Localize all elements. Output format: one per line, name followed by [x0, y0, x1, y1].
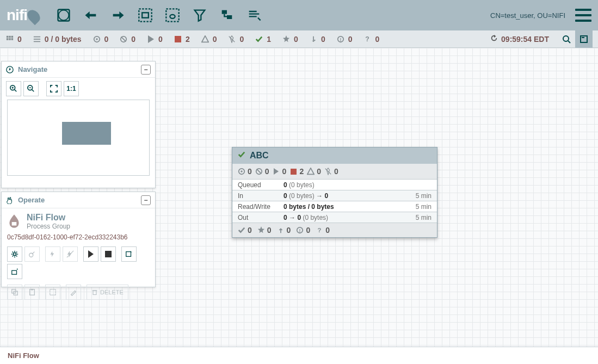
svg-rect-11: [11, 38, 14, 40]
svg-rect-25: [581, 36, 587, 42]
add-processor-button[interactable]: [53, 5, 74, 26]
svg-rect-0: [58, 10, 70, 21]
pg-row-queued: Queued 0 (0 bytes): [232, 180, 437, 190]
svg-rect-14: [34, 41, 40, 42]
unknown-icon: ?: [363, 35, 372, 44]
logo-drop-icon: [25, 8, 43, 26]
svg-line-51: [256, 169, 261, 174]
transmitting-stat: 0: [93, 35, 109, 44]
add-template-button[interactable]: [217, 5, 237, 26]
running-icon: [146, 35, 155, 44]
add-remote-process-group-button[interactable]: [162, 5, 183, 26]
disabled-stat: 0: [227, 35, 244, 44]
pg-locally-modified-stale: !0: [296, 226, 310, 235]
header-toolbar: nifi CN=test_user, OU=NIFI: [0, 0, 598, 30]
pg-disabled: 0: [324, 167, 338, 176]
navigate-header: Navigate −: [2, 61, 155, 78]
process-group-component[interactable]: ABC 0 0 0 2 0 0 Queued 0 (0 bytes) In 0 …: [232, 147, 437, 238]
svg-rect-1: [139, 9, 151, 21]
process-group-icon: [7, 213, 21, 230]
add-funnel-button[interactable]: [189, 5, 210, 26]
running-stat: 0: [146, 35, 163, 44]
refresh-icon: [490, 34, 498, 44]
pg-sync-failure: ?0: [316, 226, 330, 235]
color-button: [66, 285, 81, 300]
pg-locally-modified: 0: [257, 226, 272, 235]
bulletin-board-button[interactable]: [575, 30, 593, 48]
start-button[interactable]: [83, 246, 98, 262]
hand-icon: [6, 196, 14, 204]
disable-button: [63, 246, 78, 262]
add-process-group-button[interactable]: [135, 5, 156, 26]
pg-invalid: 0: [307, 167, 321, 176]
paste-button: [24, 285, 40, 300]
zoom-fit-button[interactable]: [46, 81, 61, 96]
pg-stale: 0: [277, 226, 291, 235]
stale-icon: [309, 35, 318, 44]
svg-rect-44: [31, 289, 33, 291]
operate-collapse-button[interactable]: −: [141, 195, 151, 205]
running-icon: [273, 168, 280, 175]
stop-button[interactable]: [101, 246, 116, 262]
invalid-stat: 0: [201, 35, 217, 44]
locally-modified-stat: 0: [282, 35, 298, 44]
compass-icon: [6, 66, 14, 73]
zoom-in-button[interactable]: [6, 81, 21, 96]
question-icon: ?: [316, 226, 323, 234]
stopped-icon: [289, 168, 297, 175]
disabled-icon: [227, 35, 236, 44]
search-button[interactable]: [558, 30, 575, 48]
navigate-tools: 1:1: [2, 78, 155, 100]
operate-title: Operate: [18, 196, 45, 204]
transmitting-icon: [238, 168, 245, 175]
invalid-icon: [307, 168, 315, 175]
disabled-icon: [324, 168, 332, 175]
unknown-stat: ?0: [363, 35, 379, 44]
pg-transmitting: 0: [238, 167, 252, 176]
pg-stopped: 2: [289, 167, 304, 176]
add-input-port-button[interactable]: [81, 5, 101, 26]
pg-running: 0: [273, 167, 287, 176]
svg-line-29: [15, 90, 17, 92]
copy-button: [7, 285, 22, 300]
svg-point-36: [13, 252, 16, 255]
info-icon: !: [296, 226, 304, 234]
pg-stats-bar: 0 0 0 2 0 0: [232, 164, 437, 179]
uptodate-icon: [255, 35, 263, 44]
pg-not-transmitting: 0: [255, 167, 269, 176]
stopped-stat: 2: [174, 35, 190, 44]
svg-rect-2: [142, 13, 149, 17]
app-logo: nifi: [7, 7, 39, 24]
operate-panel: Operate − NiFi Flow Process Group 0c75d8…: [1, 192, 156, 287]
svg-rect-45: [50, 289, 56, 295]
breadcrumb-root[interactable]: NiFi Flow: [8, 351, 39, 360]
sync-failure-icon: !: [336, 35, 345, 44]
pg-row-out: Out 0 → 0 (0 bytes) 5 min: [232, 212, 437, 223]
navigate-collapse-button[interactable]: −: [141, 65, 151, 75]
variable-registry-button: [24, 246, 40, 262]
queued-stat: 0 / 0 bytes: [33, 35, 82, 44]
upload-icon: [277, 226, 285, 234]
upload-template-button[interactable]: [7, 264, 22, 279]
add-label-button[interactable]: [244, 5, 264, 26]
zoom-actual-button[interactable]: 1:1: [64, 81, 79, 96]
svg-rect-35: [12, 222, 17, 225]
svg-line-18: [121, 36, 126, 41]
create-template-button[interactable]: [121, 246, 137, 262]
svg-line-19: [229, 36, 235, 42]
invalid-icon: [201, 35, 209, 44]
svg-point-49: [241, 170, 243, 172]
zoom-out-button[interactable]: [23, 81, 39, 96]
stopped-icon: [174, 35, 182, 44]
configure-button[interactable]: [7, 246, 22, 262]
stale-stat: 0: [309, 35, 325, 44]
check-icon: [238, 226, 245, 234]
birdseye-view[interactable]: [7, 100, 150, 176]
add-output-port-button[interactable]: [108, 5, 128, 26]
svg-rect-10: [9, 38, 11, 40]
global-menu-button[interactable]: [575, 9, 591, 22]
operate-header: Operate −: [2, 192, 155, 208]
svg-rect-39: [126, 252, 131, 257]
asterisk-icon: [257, 226, 265, 234]
svg-rect-26: [582, 37, 584, 38]
